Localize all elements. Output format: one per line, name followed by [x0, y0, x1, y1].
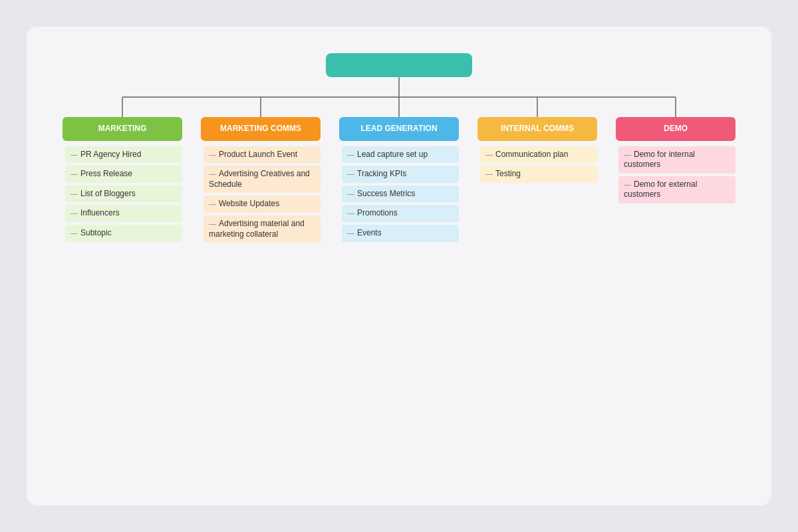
branch-header-lead-generation: LEAD GENERATION [339, 117, 459, 141]
branch-item: Lead capture set up [342, 146, 459, 164]
branch-item: Tracking KPIs [342, 166, 459, 183]
branch-items-marketing-comms: Product Launch EventAdvertising Creative… [201, 146, 321, 243]
branch-header-internal-comms: INTERNAL COMMS [477, 117, 597, 141]
branch-items-demo: Demo for internal customersDemo for exte… [616, 146, 735, 203]
branch-items-lead-generation: Lead capture set upTracking KPIsSuccess … [339, 146, 459, 242]
branch-item: Advertising material and marketing colla… [203, 215, 321, 243]
branch-item: Communication plan [480, 146, 597, 164]
branch-item: Demo for external customers [618, 176, 735, 203]
branch-items-marketing: PR Agency HiredPress ReleaseList of Blog… [63, 146, 182, 242]
branch-header-marketing-comms: MARKETING COMMS [201, 117, 321, 141]
branches-row: MARKETINGPR Agency HiredPress ReleaseLis… [40, 117, 758, 243]
branch-marketing: MARKETINGPR Agency HiredPress ReleaseLis… [63, 117, 182, 242]
branch-marketing-comms: MARKETING COMMSProduct Launch EventAdver… [201, 117, 321, 243]
branch-demo: DEMODemo for internal customersDemo for … [616, 117, 735, 203]
branch-lead-generation: LEAD GENERATIONLead capture set upTracki… [339, 117, 459, 242]
root-node [326, 53, 472, 77]
branch-items-internal-comms: Communication planTesting [477, 146, 597, 183]
branch-item: PR Agency Hired [65, 146, 182, 164]
branch-item: Product Launch Event [203, 146, 321, 164]
branch-header-marketing: MARKETING [63, 117, 182, 141]
branch-item: Success Metrics [342, 186, 459, 203]
branch-item: Events [342, 225, 459, 242]
branch-internal-comms: INTERNAL COMMSCommunication planTesting [477, 117, 597, 183]
tree-container: MARKETINGPR Agency HiredPress ReleaseLis… [40, 77, 758, 243]
branch-item: Website Updates [203, 196, 321, 213]
branch-item: Demo for internal customers [618, 146, 735, 174]
branch-item: Advertising Creatives and Schedule [203, 166, 321, 193]
branch-item: Testing [480, 166, 597, 183]
branch-item: Influencers [65, 205, 182, 222]
branch-item: Subtopic [65, 225, 182, 242]
canvas: MARKETINGPR Agency HiredPress ReleaseLis… [27, 27, 771, 505]
branch-header-demo: DEMO [616, 117, 735, 141]
branch-item: Promotions [342, 205, 459, 222]
branch-item: Press Release [65, 166, 182, 183]
branch-item: List of Bloggers [65, 186, 182, 203]
